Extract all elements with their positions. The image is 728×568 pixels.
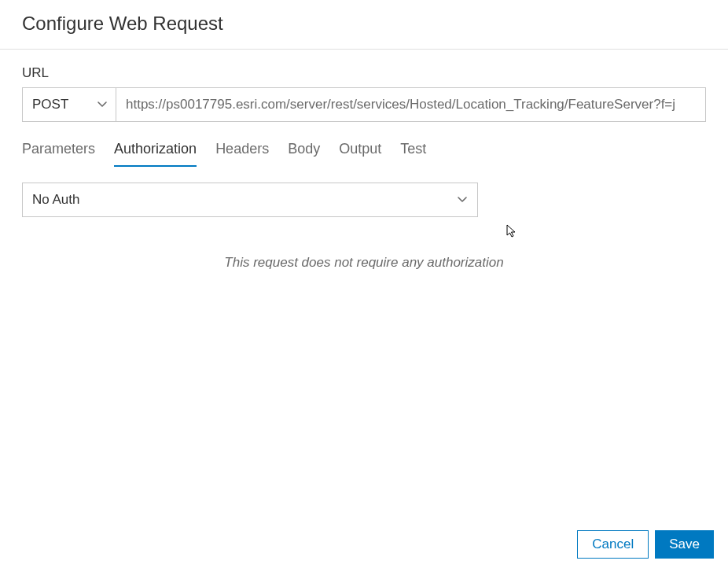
- dialog-content: URL POST Parameters Authorization Header…: [0, 50, 728, 271]
- save-button[interactable]: Save: [655, 530, 714, 559]
- url-label: URL: [22, 65, 706, 81]
- url-row: POST: [22, 87, 706, 122]
- cancel-button[interactable]: Cancel: [577, 530, 649, 559]
- tab-body[interactable]: Body: [288, 138, 320, 167]
- tab-test[interactable]: Test: [400, 138, 426, 167]
- url-input[interactable]: [116, 87, 706, 122]
- http-method-value: POST: [32, 97, 68, 112]
- dialog-title: Configure Web Request: [22, 13, 706, 35]
- chevron-down-icon: [457, 194, 468, 205]
- chevron-down-icon: [97, 99, 108, 110]
- dialog-header: Configure Web Request: [0, 0, 728, 50]
- http-method-select[interactable]: POST: [22, 87, 116, 122]
- tab-authorization[interactable]: Authorization: [114, 138, 197, 167]
- tab-output[interactable]: Output: [339, 138, 381, 167]
- tab-parameters[interactable]: Parameters: [22, 138, 95, 167]
- tabs: Parameters Authorization Headers Body Ou…: [22, 138, 706, 167]
- auth-type-value: No Auth: [32, 192, 80, 208]
- dialog-footer: Cancel Save: [563, 521, 728, 568]
- auth-type-select[interactable]: No Auth: [22, 183, 478, 217]
- tab-headers[interactable]: Headers: [215, 138, 269, 167]
- auth-hint-text: This request does not require any author…: [22, 255, 706, 271]
